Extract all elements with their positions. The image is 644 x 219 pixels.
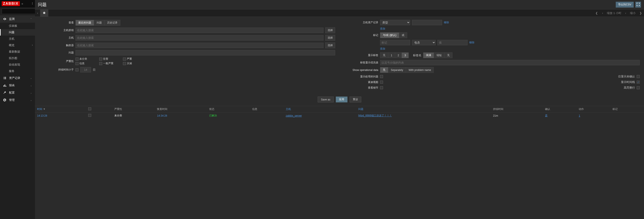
col-2[interactable]: 严重性 bbox=[112, 106, 155, 112]
showtags-seg-opt-1[interactable]: 1 bbox=[388, 52, 395, 58]
cell-time[interactable]: 14:13:28 bbox=[35, 112, 86, 119]
sidebar-item-3[interactable]: 概览 › bbox=[0, 42, 35, 48]
view-seg-opt-2[interactable]: 历史记录 bbox=[104, 20, 120, 26]
showtags-seg-opt-0[interactable]: 无 bbox=[380, 52, 388, 58]
opdata-seg-opt-2[interactable]: With problem name bbox=[406, 67, 434, 73]
sidebar-hide-icon[interactable]: ⠇ bbox=[32, 2, 33, 6]
shrink-label[interactable]: 缩小 bbox=[628, 11, 637, 15]
col-3[interactable]: 恢复时间 bbox=[155, 106, 207, 112]
opdata-seg-opt-1[interactable]: Separately bbox=[388, 67, 406, 73]
col-11[interactable]: 标记 bbox=[610, 106, 644, 112]
problem-input[interactable] bbox=[76, 50, 335, 56]
save-as-button[interactable]: Save as bbox=[318, 96, 334, 102]
severity-option[interactable]: 一般严重 bbox=[99, 62, 119, 65]
col-4[interactable]: 状态 bbox=[207, 106, 250, 112]
timeline-checkbox[interactable] bbox=[637, 80, 640, 84]
cell-host[interactable]: zabbix_server bbox=[284, 112, 356, 119]
cell-problem[interactable]: httpd_6666端口凉凉了！！！ bbox=[356, 112, 491, 119]
sidebar-item-2[interactable]: 主机 bbox=[0, 36, 35, 42]
nav-back-icon[interactable]: ‹ bbox=[35, 10, 40, 16]
show-handled-checkbox[interactable] bbox=[380, 75, 383, 78]
cell-check[interactable] bbox=[86, 112, 112, 119]
col-6[interactable]: 主机 bbox=[284, 106, 356, 112]
row-checkbox[interactable] bbox=[88, 114, 91, 117]
sidebar-item-4[interactable]: 最新数据 bbox=[0, 48, 35, 55]
severity-checkbox[interactable] bbox=[123, 62, 126, 65]
nav-section-monitor[interactable]: 监测 ⌃ bbox=[0, 15, 35, 23]
asset-type-select[interactable]: 类型 bbox=[380, 20, 410, 25]
nav-section-配置[interactable]: 配置⌄ bbox=[0, 89, 35, 96]
showtags-seg-opt-2[interactable]: 2 bbox=[395, 52, 402, 58]
cell-ack[interactable]: 是 bbox=[543, 112, 576, 119]
home-icon[interactable] bbox=[40, 10, 48, 16]
col-1[interactable] bbox=[86, 106, 112, 112]
tag-value-input[interactable] bbox=[438, 40, 468, 45]
sidebar-collapse-icon[interactable]: « bbox=[22, 2, 23, 6]
opdata-seg-opt-0[interactable]: 无 bbox=[380, 67, 388, 73]
hostgroup-input[interactable] bbox=[76, 28, 324, 33]
sidebar-item-5[interactable]: 拓扑图 bbox=[0, 55, 35, 62]
tag-op-select[interactable]: 包含 bbox=[412, 40, 436, 45]
tagname-seg-opt-2[interactable]: 无 bbox=[444, 52, 452, 58]
select-all-checkbox[interactable] bbox=[88, 107, 91, 110]
severity-option[interactable]: 信息 bbox=[76, 62, 95, 65]
sidebar-item-6[interactable]: 自动发现 bbox=[0, 62, 35, 68]
zoom-label[interactable]: 缩放 1 小时 bbox=[605, 11, 623, 15]
col-9[interactable]: 确认 bbox=[543, 106, 576, 112]
severity-option[interactable]: 严重 bbox=[123, 57, 143, 61]
nav-section-管理[interactable]: 管理⌄ bbox=[0, 96, 35, 104]
cell-recovery[interactable]: 14:34:28 bbox=[155, 112, 207, 119]
severity-checkbox[interactable] bbox=[76, 62, 78, 65]
view-seg-opt-0[interactable]: 最近的问题 bbox=[76, 20, 94, 26]
severity-checkbox[interactable] bbox=[99, 62, 102, 65]
tagprio-input[interactable] bbox=[380, 60, 640, 65]
tag-name-input[interactable] bbox=[380, 40, 410, 45]
reset-button[interactable]: 重设 bbox=[350, 96, 361, 102]
col-10[interactable]: 动作 bbox=[576, 106, 610, 112]
details-checkbox[interactable] bbox=[380, 86, 383, 89]
severity-option[interactable]: 未分类 bbox=[76, 57, 95, 61]
time-prev-far-icon[interactable]: ❮ bbox=[593, 10, 600, 16]
asset-add-link[interactable]: 添加 bbox=[380, 27, 385, 30]
export-csv-button[interactable]: 导出到CSV bbox=[616, 2, 634, 8]
sidebar-item-0[interactable]: 仪表板 bbox=[0, 23, 35, 29]
apply-button[interactable]: 应用 bbox=[336, 96, 348, 102]
time-next-icon[interactable]: ‹ bbox=[623, 10, 628, 16]
duration-value-input[interactable] bbox=[80, 67, 91, 72]
col-7[interactable]: 问题 bbox=[356, 106, 491, 112]
trigger-input[interactable] bbox=[76, 43, 324, 48]
severity-option[interactable]: 告警 bbox=[99, 57, 119, 61]
nav-section-报表[interactable]: 报表⌄ bbox=[0, 82, 35, 89]
col-5[interactable]: 信息 bbox=[250, 106, 284, 112]
hostgroup-select-button[interactable]: 选择 bbox=[325, 28, 335, 33]
sidebar-item-7[interactable]: 服务 bbox=[0, 68, 35, 74]
tag-andor-button[interactable]: 与/或 (默认) bbox=[380, 32, 399, 38]
time-next-far-icon[interactable]: ❯ bbox=[637, 10, 644, 16]
sidebar-item-1[interactable]: 问题 bbox=[0, 29, 35, 36]
asset-value-input[interactable] bbox=[412, 20, 442, 25]
fullscreen-button[interactable] bbox=[635, 2, 641, 8]
nav-section-资产记录[interactable]: 资产记录⌄ bbox=[0, 74, 35, 82]
host-select-button[interactable]: 选择 bbox=[325, 35, 335, 41]
col-0[interactable]: 时间 ▼ bbox=[35, 106, 86, 112]
trigger-select-button[interactable]: 选择 bbox=[325, 42, 335, 48]
duration-enable-checkbox[interactable] bbox=[76, 68, 78, 71]
host-input[interactable] bbox=[76, 35, 324, 40]
view-seg-opt-1[interactable]: 问题 bbox=[94, 20, 104, 26]
tag-or-button[interactable]: 或 bbox=[399, 32, 407, 38]
time-prev-icon[interactable]: › bbox=[600, 10, 605, 16]
compact-checkbox[interactable] bbox=[380, 80, 383, 84]
asset-remove-link[interactable]: 移除 bbox=[444, 21, 449, 24]
tag-add-link[interactable]: 添加 bbox=[380, 47, 385, 51]
severity-checkbox[interactable] bbox=[99, 58, 102, 60]
tagname-seg-opt-1[interactable]: 缩短 bbox=[434, 52, 444, 58]
col-8[interactable]: 持续时间 bbox=[491, 106, 543, 112]
cell-actions[interactable]: 1 bbox=[576, 112, 610, 119]
severity-checkbox[interactable] bbox=[123, 58, 126, 60]
only-unack-checkbox[interactable] bbox=[637, 75, 640, 78]
highlight-row-checkbox[interactable] bbox=[637, 86, 640, 89]
severity-option[interactable]: 灾难 bbox=[123, 62, 143, 65]
showtags-seg-opt-3[interactable]: 3 bbox=[402, 52, 408, 58]
severity-checkbox[interactable] bbox=[76, 58, 78, 60]
tag-remove-link[interactable]: 移除 bbox=[469, 41, 474, 44]
